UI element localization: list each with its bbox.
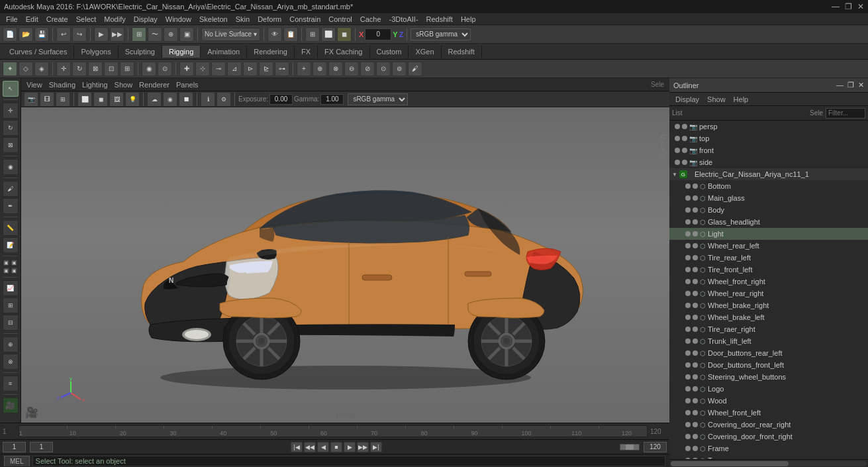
dope-sheet-button[interactable]: ⊞ bbox=[3, 297, 19, 313]
current-frame-input[interactable] bbox=[3, 442, 26, 452]
outliner-item-glass-headlight[interactable]: ⬡ Glass_headlight bbox=[669, 216, 868, 228]
scale-tool[interactable]: ⊠ bbox=[88, 62, 103, 76]
visibility-dot[interactable] bbox=[685, 267, 691, 272]
tab-fx-caching[interactable]: FX Caching bbox=[318, 46, 369, 58]
layout-btn-1[interactable]: ▣ bbox=[3, 259, 10, 266]
attr-editor-button[interactable]: 📋 bbox=[283, 27, 298, 42]
outliner-item-main-glass[interactable]: ⬡ Main_glass bbox=[669, 192, 868, 204]
render-dot[interactable] bbox=[693, 267, 698, 272]
end-frame-input[interactable] bbox=[644, 442, 667, 452]
viewport-menu-view[interactable]: View bbox=[24, 81, 45, 89]
menu-select[interactable]: Select bbox=[73, 15, 100, 23]
close-button[interactable]: ✕ bbox=[857, 2, 864, 11]
menu-skeleton[interactable]: Skeleton bbox=[196, 15, 231, 23]
viewport-menu-renderer[interactable]: Renderer bbox=[136, 81, 172, 89]
disconnect-joint[interactable]: ⊶ bbox=[275, 62, 289, 76]
render-dot[interactable] bbox=[693, 219, 698, 225]
render-dot[interactable] bbox=[693, 338, 698, 344]
visibility-dot[interactable] bbox=[685, 350, 691, 356]
node-editor-button[interactable]: ⊕ bbox=[3, 337, 19, 352]
outliner-hscrollbar[interactable] bbox=[669, 459, 868, 467]
outliner-item-steering-wheel-buttons[interactable]: ⬡ Steering_wheel_buttons bbox=[669, 371, 868, 383]
visibility-dot[interactable] bbox=[685, 315, 691, 320]
menu-display[interactable]: Display bbox=[130, 15, 161, 23]
viewport-menu-panels[interactable]: Panels bbox=[173, 81, 201, 89]
timeline[interactable]: 1 1 10 20 30 40 50 60 bbox=[0, 423, 669, 439]
mel-input[interactable] bbox=[32, 456, 665, 466]
render-dot[interactable] bbox=[693, 279, 698, 284]
viewport-canvas[interactable]: N persp x y z bbox=[21, 107, 669, 423]
tab-rigging[interactable]: Rigging bbox=[162, 46, 201, 58]
outliner-item-logo[interactable]: ⬡ Logo bbox=[669, 383, 868, 395]
surface-dropdown[interactable]: No Live Surface ▾ bbox=[201, 28, 260, 41]
vp-film-button[interactable]: 🎞 bbox=[40, 92, 54, 107]
ipr-render-button[interactable]: ▶▶ bbox=[110, 27, 124, 42]
stop-button[interactable]: ■ bbox=[330, 442, 342, 452]
outliner-item-wheel-front-right[interactable]: ⬡ Wheel_front_right bbox=[669, 276, 868, 287]
render-dot[interactable] bbox=[693, 303, 698, 308]
insert-joint[interactable]: ⊿ bbox=[227, 62, 242, 76]
channel-box-button[interactable]: ≡ bbox=[3, 376, 19, 391]
snap-point-button[interactable]: ⊕ bbox=[164, 27, 178, 42]
render-dot[interactable] bbox=[693, 398, 698, 403]
outliner-item-frame[interactable]: ⬡ Frame bbox=[669, 442, 868, 454]
visibility-dot[interactable] bbox=[685, 398, 691, 403]
open-scene-button[interactable]: 📂 bbox=[19, 27, 33, 42]
scale-mode-button[interactable]: ⊠ bbox=[3, 137, 19, 153]
vp-aa-btn[interactable]: 🔲 bbox=[179, 92, 193, 107]
move-mode-button[interactable]: ✛ bbox=[3, 103, 19, 119]
measure-tool-button[interactable]: 📏 bbox=[3, 220, 19, 236]
transform-tool[interactable]: ⊞ bbox=[120, 62, 134, 76]
proportional[interactable]: ⊙ bbox=[158, 62, 172, 76]
render-dot[interactable] bbox=[693, 422, 698, 427]
outliner-item-light[interactable]: ⬡ Light bbox=[669, 228, 868, 240]
visibility-dot[interactable] bbox=[685, 243, 691, 248]
vp-shadow-btn[interactable]: ☁ bbox=[147, 92, 162, 107]
outliner-item-side[interactable]: 📷 side bbox=[669, 156, 868, 168]
paint-select[interactable]: ◈ bbox=[34, 62, 49, 76]
redo-button[interactable]: ↪ bbox=[72, 27, 87, 42]
outliner-filter-input[interactable] bbox=[826, 108, 865, 119]
outliner-item-tire-raer-right[interactable]: ⬡ Tire_raer_right bbox=[669, 323, 868, 335]
tab-polygons[interactable]: Polygons bbox=[74, 46, 118, 58]
play-back-button[interactable]: ◀ bbox=[317, 442, 329, 452]
outliner-item-wheel-brake-right[interactable]: ⬡ Wheel_brake_right bbox=[669, 299, 868, 311]
grid-display-button[interactable]: ⊞ bbox=[305, 27, 320, 42]
tab-xgen[interactable]: XGen bbox=[409, 46, 441, 58]
visibility-dot[interactable] bbox=[685, 327, 691, 332]
outliner-item-turn[interactable]: ⬡ Turn bbox=[669, 454, 868, 459]
gamma-input[interactable] bbox=[320, 94, 344, 105]
snap-surface-button[interactable]: ▣ bbox=[179, 27, 194, 42]
curve-graph-button[interactable]: 📈 bbox=[3, 280, 19, 296]
tab-rendering[interactable]: Rendering bbox=[247, 46, 295, 58]
vp-wireframe-btn[interactable]: ⬜ bbox=[77, 92, 92, 107]
save-scene-button[interactable]: 💾 bbox=[34, 27, 49, 42]
render-dot[interactable] bbox=[693, 183, 698, 189]
range-slider[interactable] bbox=[620, 444, 640, 450]
step-back-button[interactable]: ◀◀ bbox=[304, 442, 316, 452]
outliner-item-top[interactable]: 📷 top bbox=[669, 132, 868, 144]
ik-handle[interactable]: ⊹ bbox=[195, 62, 210, 76]
outliner-maximize-button[interactable]: ❐ bbox=[847, 81, 854, 89]
wireframe-button[interactable]: ⬜ bbox=[321, 27, 336, 42]
menu-3dtoll[interactable]: -3DtoAII- bbox=[386, 15, 422, 23]
set-preferred[interactable]: ⊗ bbox=[328, 62, 343, 76]
outliner-list[interactable]: 📷 persp 📷 top 📷 front bbox=[669, 121, 868, 459]
outliner-menu-show[interactable]: Show bbox=[704, 95, 729, 103]
viewport-menu-lighting[interactable]: Lighting bbox=[79, 81, 111, 89]
vp-smooth-btn[interactable]: ◼ bbox=[93, 92, 108, 107]
tab-redshift[interactable]: Redshift bbox=[442, 46, 482, 58]
render-dot[interactable] bbox=[682, 160, 687, 165]
menu-redshift[interactable]: Redshift bbox=[423, 15, 456, 23]
visibility-dot[interactable] bbox=[685, 362, 691, 368]
visibility-dot[interactable] bbox=[685, 422, 691, 427]
joint-tool[interactable]: ✚ bbox=[179, 62, 194, 76]
outliner-item-covering-door-rear-right[interactable]: ⬡ Covering_door_rear_right bbox=[669, 419, 868, 431]
outliner-item-covering-door-front-right[interactable]: ⬡ Covering_door_front_right bbox=[669, 431, 868, 442]
visibility-dot[interactable] bbox=[685, 410, 691, 415]
quick-rig[interactable]: + bbox=[297, 62, 311, 76]
undo-button[interactable]: ↩ bbox=[56, 27, 71, 42]
visibility-dot[interactable] bbox=[675, 136, 680, 141]
outliner-menu-help[interactable]: Help bbox=[730, 95, 752, 103]
rotate-tool[interactable]: ↻ bbox=[72, 62, 87, 76]
